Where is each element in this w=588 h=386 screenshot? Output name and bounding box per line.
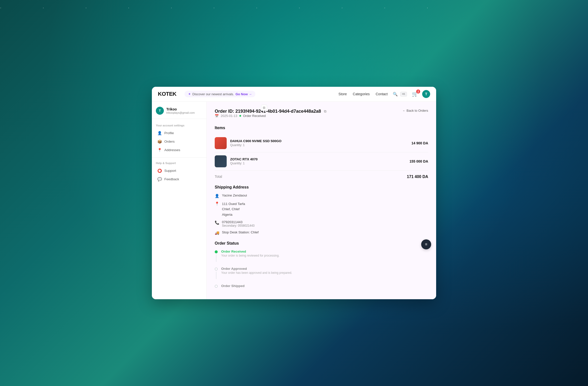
nav-categories[interactable]: Categories xyxy=(353,92,370,96)
back-to-orders-button[interactable]: ← Back to Orders xyxy=(402,109,428,112)
sidebar-label-addresses: Addresses xyxy=(164,148,180,152)
calendar-icon: 📅 xyxy=(215,114,219,118)
status-desc-1: Your order has been approved and is bein… xyxy=(221,271,292,275)
sidebar-user: T Trikoo trikooplays@gmail.com xyxy=(152,107,206,119)
status-item-0: Order Received Your order is being revie… xyxy=(215,250,428,263)
person-icon: 👤 xyxy=(215,194,219,198)
shipping-stopdesk-row: 🚚 Stop Desk Station: Chlef xyxy=(215,230,428,235)
status-name-1: Order Approved xyxy=(221,267,292,271)
status-item-1: Order Approved Your order has been appro… xyxy=(215,267,428,280)
support-section-label: Help & Support xyxy=(152,161,206,167)
sidebar-item-profile[interactable]: 👤 Profile xyxy=(153,129,205,137)
phone-secondary: Secondary: 0558021443 xyxy=(222,224,255,227)
addresses-icon: 📍 xyxy=(157,148,162,152)
sidebar-username: Trikoo xyxy=(166,107,195,111)
filter-icon: ≡ xyxy=(425,242,427,247)
status-line-1 xyxy=(216,272,216,279)
order-status-title: Order Status xyxy=(215,241,428,246)
order-status-section: Order Status Order Received Your order i… xyxy=(215,241,428,288)
promo-text: Discover our newest arrivals. xyxy=(193,92,234,96)
order-item-1: ZOTAC RTX 4070 Quantity: 1 155 000 DA xyxy=(215,152,428,171)
app-window: KOTEK ✦ Discover our newest arrivals. Go… xyxy=(152,87,436,299)
support-icon: ⭕ xyxy=(157,169,162,173)
search-button[interactable]: 🔍 xyxy=(392,91,399,97)
order-meta: 📅 2025-01-13 Order Received xyxy=(215,114,327,118)
order-item-0: DAHUA C900 NVME SSD 500GO Quantity: 1 14… xyxy=(215,134,428,152)
feedback-icon: 💬 xyxy=(157,177,162,182)
sidebar-label-feedback: Feedback xyxy=(164,177,179,181)
status-dot-col-1 xyxy=(215,267,218,280)
shipping-stopdesk: Stop Desk Station: Chlef xyxy=(222,230,259,234)
header-avatar[interactable]: T xyxy=(422,90,430,98)
nav-store[interactable]: Store xyxy=(338,92,347,96)
address-line1: 111 Oued Tarfa xyxy=(222,201,245,207)
shipping-phone-row: 📞 07920311443 Secondary: 0558021443 xyxy=(215,220,428,227)
sidebar-email: trikooplays@gmail.com xyxy=(166,111,195,114)
sidebar-label-support: Support xyxy=(164,169,176,173)
item-info-0: DAHUA C900 NVME SSD 500GO Quantity: 1 xyxy=(230,139,411,147)
status-content-2: Order Shipped xyxy=(221,284,245,288)
item-qty-0: Quantity: 1 xyxy=(230,143,411,147)
total-value: 171 400 DA xyxy=(407,175,428,179)
order-id-row: Order ID: 2193f494-9241-4b01-94d4-d7ace4… xyxy=(215,109,327,114)
order-date: 2025-01-13 xyxy=(221,114,237,118)
sidebar-item-orders[interactable]: 📦 Orders xyxy=(153,137,205,146)
status-content-0: Order Received Your order is being revie… xyxy=(221,250,280,263)
shipping-address: 111 Oued Tarfa Chlef, Chlef Algeria xyxy=(222,201,245,217)
item-price-1: 155 000 DA xyxy=(409,159,428,163)
order-id-title: Order ID: 2193f494-9241-4b01-94d4-d7ace4… xyxy=(215,109,321,114)
item-price-0: 14 900 DA xyxy=(411,141,428,145)
copy-order-id-button[interactable]: ⧉ xyxy=(323,109,327,114)
sidebar-user-info: Trikoo trikooplays@gmail.com xyxy=(166,107,195,114)
ssd-thumbnail xyxy=(215,137,227,149)
status-dot-1 xyxy=(215,268,218,271)
sidebar: T Trikoo trikooplays@gmail.com Your acco… xyxy=(152,102,207,299)
sidebar-item-support[interactable]: ⭕ Support xyxy=(153,167,205,175)
shipping-name: Yacine Zendaoui xyxy=(222,193,247,197)
profile-icon: 👤 xyxy=(157,131,162,135)
status-desc-0: Your order is being reviewed for process… xyxy=(221,254,280,257)
sidebar-item-addresses[interactable]: 📍 Addresses xyxy=(153,146,205,154)
body: T Trikoo trikooplays@gmail.com Your acco… xyxy=(152,102,436,299)
star-icon: ✦ xyxy=(188,92,191,96)
item-name-0: DAHUA C900 NVME SSD 500GO xyxy=(230,139,411,143)
address-country: Algeria xyxy=(222,212,245,217)
total-row: Total 171 400 DA xyxy=(215,171,428,185)
shipping-phones: 07920311443 Secondary: 0558021443 xyxy=(222,220,255,227)
status-dot-col-2 xyxy=(215,284,218,288)
logo: KOTEK xyxy=(158,91,177,97)
total-label: Total xyxy=(215,175,222,179)
items-section: Items DAHUA C900 NVME SSD 500GO Quantity… xyxy=(215,126,428,185)
nav-contact[interactable]: Contact xyxy=(376,92,388,96)
phone-primary: 07920311443 xyxy=(222,220,255,224)
main-content: ⊟ Order ID: 2193f494-9241-4b01-94d4-d7ac… xyxy=(207,102,436,299)
cart-button[interactable]: 🛒 2 xyxy=(411,90,419,98)
header-actions: 🛒 2 T xyxy=(411,90,430,98)
sidebar-divider xyxy=(152,157,206,158)
header-search: 🔍 ⌘K xyxy=(392,91,407,97)
items-title: Items xyxy=(215,126,428,130)
item-info-1: ZOTAC RTX 4070 Quantity: 1 xyxy=(230,157,409,165)
item-image-gpu xyxy=(215,155,227,167)
status-dot-indicator xyxy=(239,115,241,117)
shipping-section: Shipping Address 👤 Yacine Zendaoui 📍 111… xyxy=(215,185,428,235)
gpu-thumbnail xyxy=(215,155,227,167)
promo-banner: ✦ Discover our newest arrivals. Go Now → xyxy=(185,91,256,97)
sidebar-item-feedback[interactable]: 💬 Feedback xyxy=(153,175,205,184)
sidebar-label-orders: Orders xyxy=(164,140,175,143)
search-kbd: ⌘K xyxy=(400,92,407,96)
header-nav: Store Categories Contact xyxy=(338,92,388,96)
filter-float-button[interactable]: ≡ xyxy=(421,239,431,249)
sidebar-avatar: T xyxy=(156,107,164,115)
status-dot-0 xyxy=(215,250,218,253)
status-content-1: Order Approved Your order has been appro… xyxy=(221,267,292,280)
phone-icon: 📞 xyxy=(215,220,219,225)
status-item-2: Order Shipped xyxy=(215,284,428,288)
promo-cta[interactable]: Go Now → xyxy=(235,92,252,96)
status-line-0 xyxy=(216,254,216,262)
stopdesk-icon: 🚚 xyxy=(215,231,219,235)
shipping-address-row: 📍 111 Oued Tarfa Chlef, Chlef Algeria xyxy=(215,201,428,217)
sidebar-toggle[interactable]: ⊟ xyxy=(261,105,267,111)
order-status-text: Order Received xyxy=(243,114,266,118)
status-dot-col-0 xyxy=(215,250,218,263)
